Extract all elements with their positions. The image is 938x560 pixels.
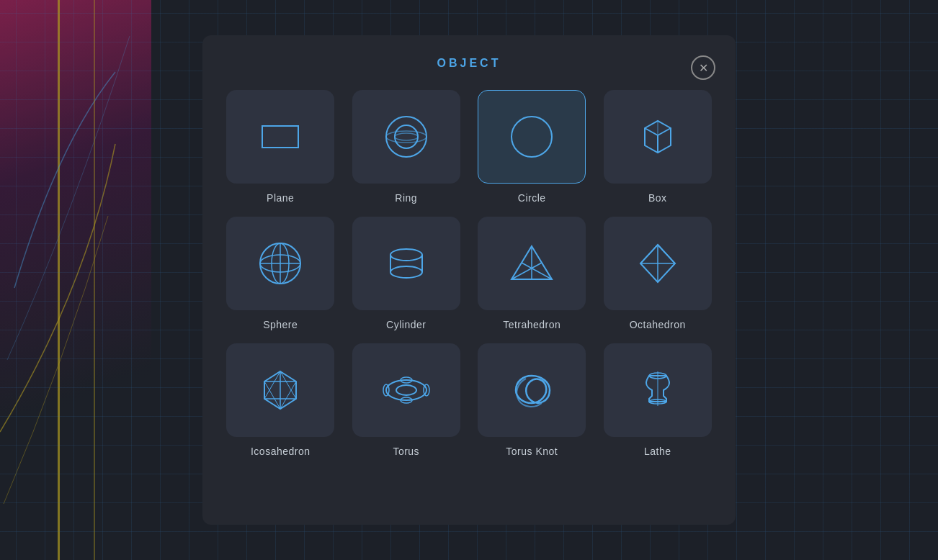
object-label-cylinder: Cylinder	[386, 319, 426, 330]
icosahedron-icon	[251, 361, 309, 419]
svg-rect-0	[262, 126, 298, 148]
box-icon	[629, 108, 687, 166]
object-item-lathe[interactable]: Lathe	[602, 343, 715, 457]
svg-point-38	[396, 385, 416, 395]
ring-icon	[378, 108, 435, 166]
objects-grid: Plane Ring	[224, 90, 714, 457]
sphere-icon	[251, 235, 309, 292]
object-icon-tetrahedron	[478, 217, 586, 310]
object-icon-circle	[478, 90, 586, 184]
object-icon-torus-knot	[478, 343, 586, 437]
close-icon: ✕	[699, 61, 708, 75]
object-label-plane: Plane	[267, 192, 294, 204]
object-icon-plane	[226, 90, 334, 184]
circle-icon	[503, 108, 560, 166]
object-item-icosahedron[interactable]: Icosahedron	[224, 343, 337, 457]
object-icon-cylinder	[352, 217, 460, 310]
object-icon-ring	[352, 90, 460, 184]
object-label-torus-knot: Torus Knot	[506, 446, 558, 457]
svg-line-7	[645, 128, 658, 135]
object-modal: OBJECT ✕ Plane	[202, 35, 736, 525]
object-item-sphere[interactable]: Sphere	[224, 217, 337, 330]
svg-point-2	[395, 125, 418, 148]
plane-icon	[251, 108, 309, 166]
torus-icon	[378, 361, 435, 419]
object-item-tetrahedron[interactable]: Tetrahedron	[475, 217, 589, 330]
object-icon-lathe	[604, 343, 712, 437]
object-label-tetrahedron: Tetrahedron	[503, 319, 560, 330]
object-icon-box	[604, 90, 712, 184]
object-item-cylinder[interactable]: Cylinder	[350, 217, 463, 330]
torus-knot-icon	[503, 361, 560, 419]
octahedron-icon	[629, 235, 687, 292]
object-label-sphere: Sphere	[263, 319, 298, 330]
tetrahedron-icon	[503, 235, 560, 292]
object-icon-torus	[352, 343, 460, 437]
object-label-torus: Torus	[393, 446, 419, 457]
svg-line-8	[658, 128, 671, 135]
svg-point-16	[390, 249, 422, 261]
svg-line-27	[658, 245, 675, 263]
object-icon-icosahedron	[226, 343, 334, 437]
object-item-torus-knot[interactable]: Torus Knot	[475, 343, 589, 457]
object-item-box[interactable]: Box	[602, 90, 715, 204]
object-label-lathe: Lathe	[644, 446, 671, 457]
lathe-icon	[629, 361, 687, 419]
close-button[interactable]: ✕	[691, 55, 715, 80]
modal-title: OBJECT	[224, 57, 714, 70]
svg-line-28	[640, 245, 658, 263]
object-item-circle[interactable]: Circle	[475, 90, 589, 204]
object-label-box: Box	[648, 192, 667, 204]
svg-point-1	[386, 117, 426, 157]
object-icon-octahedron	[604, 217, 712, 310]
object-item-plane[interactable]: Plane	[224, 90, 337, 204]
object-label-octahedron: Octahedron	[630, 319, 686, 330]
object-item-torus[interactable]: Torus	[350, 343, 463, 457]
svg-point-5	[512, 117, 552, 157]
object-label-icosahedron: Icosahedron	[251, 446, 311, 457]
cylinder-icon	[378, 235, 435, 292]
object-label-ring: Ring	[395, 192, 417, 204]
object-icon-sphere	[226, 217, 334, 310]
object-item-ring[interactable]: Ring	[350, 90, 463, 204]
svg-point-4	[395, 133, 418, 140]
svg-point-17	[390, 266, 422, 278]
object-label-circle: Circle	[518, 192, 546, 204]
modal-overlay: OBJECT ✕ Plane	[0, 0, 938, 560]
object-item-octahedron[interactable]: Octahedron	[602, 217, 715, 330]
